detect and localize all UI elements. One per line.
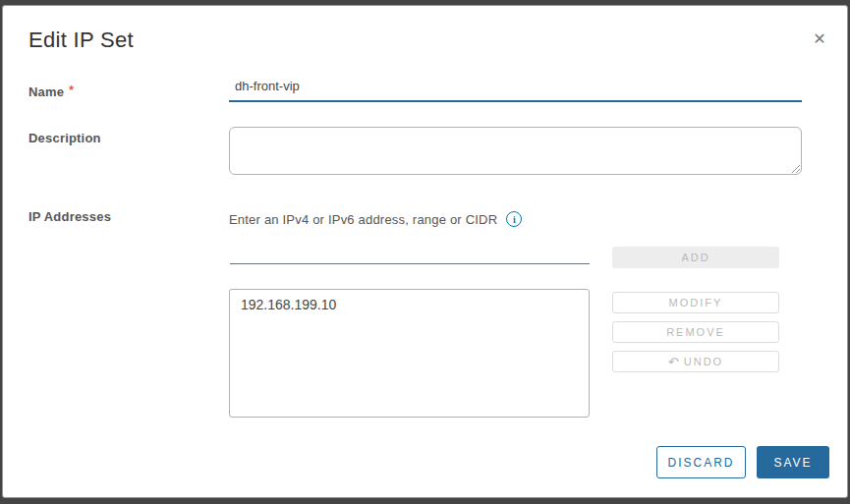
list-item[interactable]: 192.168.199.10 bbox=[230, 290, 589, 319]
resize-handle-icon[interactable] bbox=[790, 163, 800, 173]
info-icon[interactable]: i bbox=[506, 211, 522, 227]
undo-button[interactable]: ↶ UNDO bbox=[612, 351, 779, 372]
edit-ip-set-dialog: Edit IP Set ✕ Name* Description IP Addre… bbox=[2, 5, 848, 498]
save-button[interactable]: SAVE bbox=[757, 446, 829, 478]
discard-button[interactable]: DISCARD bbox=[656, 446, 746, 478]
ip-addresses-label: IP Addresses bbox=[28, 209, 111, 224]
close-button[interactable]: ✕ bbox=[808, 28, 831, 51]
ip-helper-text: Enter an IPv4 or IPv6 address, range or … bbox=[229, 212, 497, 227]
description-label: Description bbox=[28, 131, 101, 145]
ip-address-list[interactable]: 192.168.199.10 bbox=[229, 289, 590, 418]
required-asterisk: * bbox=[69, 84, 74, 97]
remove-button[interactable]: REMOVE bbox=[612, 321, 779, 343]
add-button[interactable]: ADD bbox=[612, 247, 779, 268]
name-label: Name* bbox=[28, 84, 74, 99]
undo-icon: ↶ bbox=[668, 356, 679, 368]
name-input[interactable] bbox=[229, 75, 802, 102]
dialog-title: Edit IP Set bbox=[28, 28, 134, 53]
modify-button[interactable]: MODIFY bbox=[612, 292, 779, 313]
ip-helper-row: Enter an IPv4 or IPv6 address, range or … bbox=[229, 211, 522, 227]
ip-address-input[interactable] bbox=[230, 239, 590, 264]
close-icon: ✕ bbox=[813, 30, 825, 47]
description-textarea[interactable] bbox=[229, 127, 802, 175]
